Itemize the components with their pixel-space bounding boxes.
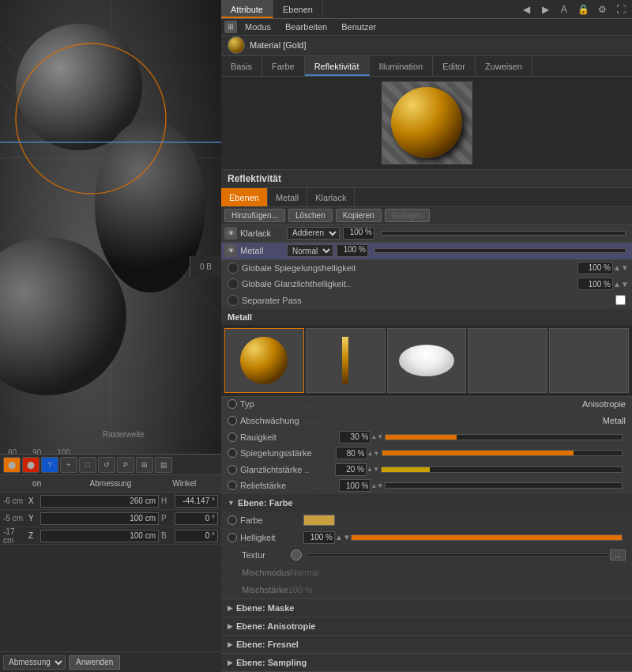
- tab-ebenen[interactable]: Ebenen: [273, 0, 323, 18]
- spiegelung-arrow: ▲▼: [613, 263, 626, 272]
- rauigkeit-input[interactable]: [339, 431, 371, 444]
- toolbar-btn-5[interactable]: □: [79, 457, 96, 473]
- settings-icon[interactable]: ⚙: [594, 2, 610, 17]
- typ-label: Typ: [240, 399, 303, 409]
- eye-icon-klarlack[interactable]: 👁: [224, 227, 237, 240]
- mischstaerke-label: Mischstärke: [228, 585, 288, 595]
- metall-thumbnails: [221, 325, 632, 396]
- expand-icon[interactable]: ⛶: [613, 2, 629, 17]
- toolbar-btn-1[interactable]: ⬤: [3, 457, 21, 473]
- relief-arrow: ▲▼: [371, 482, 382, 489]
- relief-track[interactable]: [385, 482, 623, 489]
- arrow-right-icon[interactable]: ▶: [537, 2, 553, 17]
- ebene-fresnel-header[interactable]: ▶ Ebene: Fresnel: [221, 636, 632, 653]
- metall-thumb-blank1[interactable]: [468, 328, 547, 393]
- reflektivitaet-title: Reflektivität: [221, 170, 632, 188]
- menu-benutzer[interactable]: Benutzer: [335, 21, 382, 33]
- helligkeit-track[interactable]: [351, 534, 623, 541]
- toolbar-btn-3[interactable]: ?: [41, 457, 58, 473]
- global-glanz-input[interactable]: [577, 277, 613, 290]
- mode-select[interactable]: Abmessung: [3, 655, 66, 670]
- loeschen-button[interactable]: Löschen: [288, 209, 333, 222]
- toolbar-btn-6[interactable]: ↺: [98, 457, 115, 473]
- toolbar-btn-7[interactable]: P: [117, 457, 134, 473]
- helligkeit-input[interactable]: [303, 531, 335, 544]
- color-swatch[interactable]: [303, 515, 335, 526]
- blend-select-klarlack[interactable]: Addieren: [287, 227, 340, 240]
- glanzlicht-input[interactable]: [335, 463, 367, 476]
- sub-tabs: Basis Farbe Reflektivität Illumination E…: [221, 56, 632, 77]
- ebene-sampling-header[interactable]: ▶ Ebene: Sampling: [221, 654, 632, 671]
- textur-circle[interactable]: [291, 549, 302, 561]
- subtab-farbe[interactable]: Farbe: [262, 56, 305, 76]
- rauigkeit-track[interactable]: [385, 434, 623, 440]
- subtab-basis[interactable]: Basis: [221, 56, 262, 76]
- size-x-input[interactable]: [40, 495, 159, 508]
- attr-header: on Abmessung Winkel: [0, 475, 221, 493]
- ebene-anisotropie-header[interactable]: ▶ Ebene: Anisotropie: [221, 617, 632, 635]
- tab-attribute[interactable]: Attribute: [221, 0, 273, 18]
- global-spiegelung-input[interactable]: [577, 262, 613, 274]
- size-y-input[interactable]: [40, 512, 159, 525]
- helligkeit-row: Helligkeit .. ▲▼: [221, 529, 632, 546]
- angle-p-input[interactable]: [175, 512, 218, 525]
- layer-tab-ebenen[interactable]: Ebenen: [221, 188, 268, 206]
- blend-select-metall[interactable]: Normal: [287, 244, 333, 257]
- layer-row-metall: 👁 Metall Normal 100 %: [221, 243, 632, 260]
- helligkeit-dots: ..: [288, 533, 303, 542]
- toolbar-btn-8[interactable]: ⊞: [136, 457, 153, 473]
- opacity-slider-metall[interactable]: [374, 248, 626, 253]
- preview-background: [382, 81, 472, 164]
- abschwaeching-dot: [228, 416, 237, 425]
- layer-tab-klarlack[interactable]: Klarlack: [307, 188, 355, 206]
- angle-h-input[interactable]: [175, 495, 218, 508]
- subtab-editor[interactable]: Editor: [433, 56, 476, 76]
- opacity-metall: 100 %: [337, 244, 368, 257]
- textur-btn[interactable]: ...: [610, 549, 626, 561]
- separater-pass-checkbox[interactable]: [615, 295, 626, 305]
- relief-label: Reliefstärke: [240, 481, 311, 490]
- ebene-fresnel-section: ▶ Ebene: Fresnel: [221, 636, 632, 654]
- metall-label: Metall: [240, 246, 284, 255]
- size-z-input[interactable]: [40, 530, 159, 542]
- layer-tab-metall[interactable]: Metall: [268, 188, 307, 206]
- collapse-arrow-maske: ▶: [228, 604, 233, 612]
- toolbar-btn-2[interactable]: ⬤: [22, 457, 40, 473]
- textur-line: [307, 553, 608, 557]
- attr-row-x: -6 cm X H: [0, 493, 221, 510]
- subtab-illumination[interactable]: Illumination: [370, 56, 434, 76]
- metall-thumb-blank2[interactable]: [549, 328, 629, 393]
- subtab-zuweisen[interactable]: Zuweisen: [476, 56, 532, 76]
- glanzlicht-track[interactable]: [381, 466, 623, 473]
- spiegelung-input[interactable]: [336, 447, 367, 459]
- search-icon[interactable]: A: [556, 2, 572, 17]
- apply-button[interactable]: Anwenden: [69, 655, 120, 670]
- metall-thumb-sphere[interactable]: [224, 328, 304, 393]
- prop-icon-glanz: [228, 278, 239, 289]
- collapse-arrow-fresnel: ▶: [228, 640, 233, 648]
- angle-b-input[interactable]: [175, 530, 218, 542]
- menu-bearbeiten[interactable]: Bearbeiten: [279, 21, 333, 33]
- kopieren-button[interactable]: Kopieren: [336, 209, 382, 222]
- subtab-reflektivitaet[interactable]: Reflektivität: [305, 56, 370, 76]
- arrow-left-icon[interactable]: ◀: [518, 2, 534, 17]
- spiegelung-track[interactable]: [382, 450, 623, 456]
- lock-icon[interactable]: 🔒: [575, 2, 591, 17]
- layer-buttons-row: Hinzufügen... Löschen Kopieren Einfügen: [221, 207, 632, 225]
- menu-modus[interactable]: Modus: [239, 21, 277, 33]
- metall-thumb-ellipse[interactable]: [387, 328, 467, 393]
- opacity-slider-klarlack[interactable]: [381, 231, 626, 236]
- opacity-klarlack: 100 %: [343, 227, 374, 240]
- ebene-farbe-header[interactable]: ▼ Ebene: Farbe: [221, 494, 632, 512]
- ebene-farbe-section: ▼ Ebene: Farbe Farbe .... Helligkeit ..: [221, 494, 632, 599]
- global-glanz-label: Globale Glanzlichthelligkeit..: [242, 279, 577, 289]
- einfuegen-button[interactable]: Einfügen: [385, 209, 430, 222]
- toolbar-btn-9[interactable]: ▤: [155, 457, 172, 473]
- toolbar-btn-4[interactable]: +: [60, 457, 77, 473]
- eye-icon-metall[interactable]: 👁: [224, 244, 237, 257]
- hinzufuegen-button[interactable]: Hinzufügen...: [224, 209, 285, 222]
- relief-input[interactable]: [339, 479, 371, 492]
- ebene-maske-header[interactable]: ▶ Ebene: Maske: [221, 599, 632, 617]
- metall-thumb-bar[interactable]: [306, 328, 386, 393]
- preview-area: [221, 77, 632, 170]
